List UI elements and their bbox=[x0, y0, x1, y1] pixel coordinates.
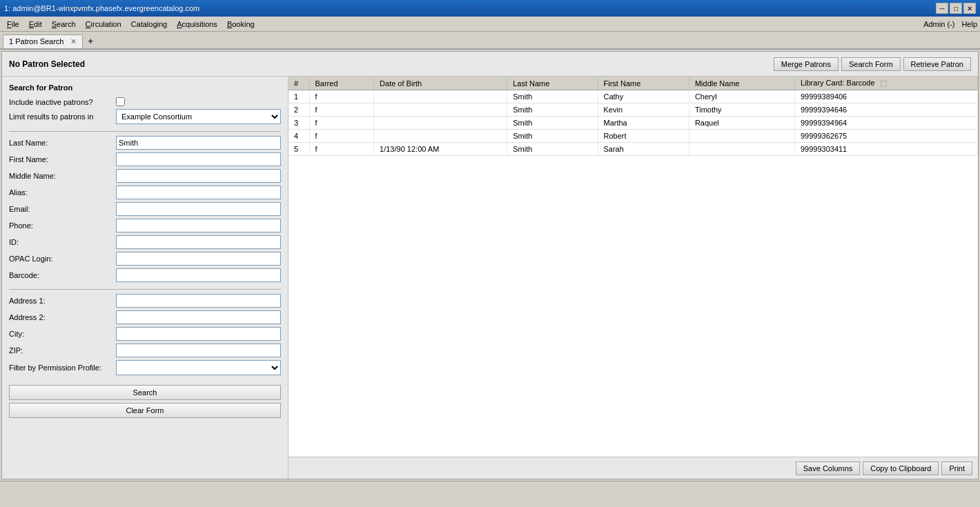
search-panel: Search for Patron Include inactive patro… bbox=[2, 77, 288, 479]
content-split: Search for Patron Include inactive patro… bbox=[2, 77, 978, 479]
cell-barred: f bbox=[309, 90, 374, 103]
patron-name-label: No Patron Selected bbox=[9, 59, 85, 69]
email-input[interactable] bbox=[116, 202, 281, 216]
table-row[interactable]: 1 f Smith Cathy Cheryl 99999389406 bbox=[288, 90, 978, 103]
phone-input[interactable] bbox=[116, 219, 281, 232]
address1-row: Address 1: bbox=[9, 294, 281, 308]
cell-middlename: Cheryl bbox=[689, 90, 794, 103]
col-header-lastname[interactable]: Last Name bbox=[507, 77, 598, 90]
cell-barcode: 99999394646 bbox=[794, 103, 977, 117]
search-button[interactable]: Search bbox=[9, 385, 281, 400]
cell-barred: f bbox=[309, 103, 374, 117]
limit-results-label: Limit results to patrons in bbox=[9, 112, 116, 121]
cell-firstname: Sarah bbox=[598, 143, 689, 156]
phone-label: Phone: bbox=[9, 221, 116, 230]
phone-row: Phone: bbox=[9, 219, 281, 232]
zip-row: ZIP: bbox=[9, 344, 281, 357]
tab-patron-search[interactable]: 1 Patron Search ✕ bbox=[3, 34, 83, 48]
menu-file[interactable]: File bbox=[3, 19, 23, 30]
minimize-button[interactable]: ─ bbox=[936, 3, 948, 14]
table-row[interactable]: 3 f Smith Martha Raquel 99999394964 bbox=[288, 117, 978, 130]
col-resize-icon: ⬚ bbox=[880, 79, 887, 87]
copy-clipboard-button[interactable]: Copy to Clipboard bbox=[863, 461, 939, 475]
col-header-dob[interactable]: Date of Birth bbox=[374, 77, 507, 90]
menu-bar: File Edit Search Circulation Cataloging … bbox=[0, 17, 980, 32]
barcode-label: Barcode: bbox=[9, 271, 116, 279]
cell-lastname: Smith bbox=[507, 130, 598, 143]
col-header-num[interactable]: # bbox=[288, 77, 309, 90]
first-name-row: First Name: bbox=[9, 152, 281, 166]
last-name-input[interactable] bbox=[116, 136, 281, 150]
cell-barcode: 99999394964 bbox=[794, 117, 977, 130]
first-name-label: First Name: bbox=[9, 155, 116, 163]
tab-bar: 1 Patron Search ✕ + bbox=[0, 32, 980, 50]
cell-firstname: Martha bbox=[598, 117, 689, 130]
retrieve-patron-button[interactable]: Retrieve Patron bbox=[903, 57, 971, 71]
cell-num: 3 bbox=[288, 117, 309, 130]
cell-num: 1 bbox=[288, 90, 309, 103]
filter-profile-label: Filter by Permission Profile: bbox=[9, 364, 116, 372]
col-header-middlename[interactable]: Middle Name bbox=[689, 77, 794, 90]
last-name-row: Last Name: bbox=[9, 136, 281, 150]
maximize-button[interactable]: □ bbox=[950, 3, 962, 14]
col-header-firstname[interactable]: First Name bbox=[598, 77, 689, 90]
main-content: No Patron Selected Merge Patrons Search … bbox=[1, 51, 979, 479]
menu-search[interactable]: Search bbox=[48, 19, 80, 30]
address1-input[interactable] bbox=[116, 294, 281, 308]
window-title: 1: admin@BR1-winxpvmfx.phasefx.evergreen… bbox=[4, 4, 199, 12]
consortium-select[interactable]: Example Consortium bbox=[116, 109, 281, 124]
close-button[interactable]: ✕ bbox=[963, 3, 976, 14]
menu-booking[interactable]: Booking bbox=[223, 19, 259, 30]
table-row[interactable]: 2 f Smith Kevin Timothy 99999394646 bbox=[288, 103, 978, 117]
help-label[interactable]: Help bbox=[961, 20, 977, 28]
include-inactive-checkbox[interactable] bbox=[116, 97, 125, 106]
status-bar bbox=[0, 481, 980, 496]
print-button[interactable]: Print bbox=[941, 461, 972, 475]
city-input[interactable] bbox=[116, 327, 281, 341]
cell-firstname: Kevin bbox=[598, 103, 689, 117]
menu-cataloging[interactable]: Cataloging bbox=[127, 19, 172, 30]
col-header-barred[interactable]: Barred bbox=[309, 77, 374, 90]
zip-input[interactable] bbox=[116, 344, 281, 357]
table-row[interactable]: 4 f Smith Robert 99999362675 bbox=[288, 130, 978, 143]
results-panel: # Barred Date of Birth Last Name First N… bbox=[288, 77, 978, 479]
cell-firstname: Cathy bbox=[598, 90, 689, 103]
cell-lastname: Smith bbox=[507, 117, 598, 130]
cell-dob bbox=[374, 90, 507, 103]
id-label: ID: bbox=[9, 238, 116, 246]
add-tab-button[interactable]: + bbox=[84, 34, 98, 48]
search-form-button[interactable]: Search Form bbox=[841, 57, 901, 71]
cell-lastname: Smith bbox=[507, 143, 598, 156]
menu-acquisitions[interactable]: Acquisitions bbox=[173, 19, 222, 30]
filter-profile-select[interactable] bbox=[116, 360, 281, 375]
middle-name-input[interactable] bbox=[116, 169, 281, 183]
filter-profile-row: Filter by Permission Profile: bbox=[9, 360, 281, 375]
save-columns-button[interactable]: Save Columns bbox=[796, 461, 861, 475]
address2-input[interactable] bbox=[116, 310, 281, 324]
search-panel-title: Search for Patron bbox=[9, 83, 281, 92]
id-row: ID: bbox=[9, 235, 281, 249]
tab-close-icon[interactable]: ✕ bbox=[70, 37, 77, 46]
opac-login-label: OPAC Login: bbox=[9, 255, 116, 263]
cell-barred: f bbox=[309, 143, 374, 156]
first-name-input[interactable] bbox=[116, 152, 281, 166]
table-row[interactable]: 5 f 1/13/90 12:00 AM Smith Sarah 9999930… bbox=[288, 143, 978, 156]
alias-input[interactable] bbox=[116, 186, 281, 199]
patron-table: # Barred Date of Birth Last Name First N… bbox=[288, 77, 978, 156]
admin-label[interactable]: Admin (-) bbox=[923, 20, 954, 28]
menu-edit[interactable]: Edit bbox=[25, 19, 46, 30]
cell-barred: f bbox=[309, 130, 374, 143]
barcode-input[interactable] bbox=[116, 268, 281, 282]
id-input[interactable] bbox=[116, 235, 281, 249]
clear-form-button[interactable]: Clear Form bbox=[9, 403, 281, 418]
cell-dob bbox=[374, 103, 507, 117]
opac-login-input[interactable] bbox=[116, 252, 281, 266]
merge-patrons-button[interactable]: Merge Patrons bbox=[774, 57, 839, 71]
limit-results-row: Limit results to patrons in Example Cons… bbox=[9, 109, 281, 124]
col-header-barcode[interactable]: Library Card: Barcode ⬚ bbox=[794, 77, 977, 90]
cell-middlename: Timothy bbox=[689, 103, 794, 117]
alias-label: Alias: bbox=[9, 188, 116, 197]
menu-circulation[interactable]: Circulation bbox=[81, 19, 126, 30]
title-bar: 1: admin@BR1-winxpvmfx.phasefx.evergreen… bbox=[0, 0, 980, 17]
patron-bar: No Patron Selected Merge Patrons Search … bbox=[2, 52, 978, 77]
